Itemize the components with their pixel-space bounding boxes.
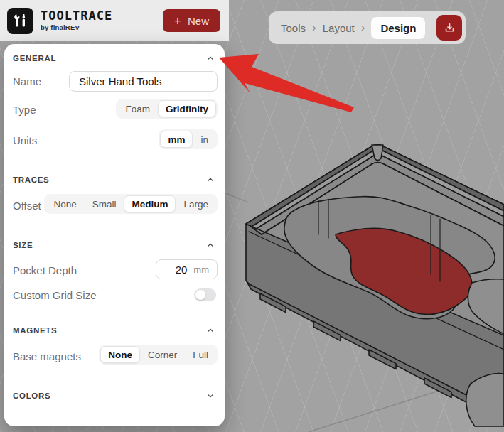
app-logo[interactable] [7,8,33,34]
chevron-up-icon[interactable] [205,240,215,250]
new-button-label: New [188,15,209,27]
new-button[interactable]: + New [163,9,220,32]
section-header-magnets[interactable]: MAGNETS [13,325,215,336]
offset-option-large[interactable]: Large [176,195,216,212]
pocket-depth-value: 20 [176,264,188,276]
type-option-gridfinity[interactable]: Gridfinity [158,100,216,117]
section-title: MAGNETS [13,326,57,335]
units-label: Units [13,134,37,146]
name-label: Name [13,75,41,87]
units-option-in[interactable]: in [193,131,216,148]
units-option-mm[interactable]: mm [160,131,193,148]
base-magnets-option-none[interactable]: None [100,346,140,363]
section-header-traces[interactable]: TRACES [13,174,215,185]
pocket-depth-label: Pocket Depth [13,264,77,276]
section-header-general[interactable]: GENERAL [13,53,215,64]
offset-toggle: None Small Medium Large [44,194,218,214]
base-magnets-option-corner[interactable]: Corner [140,346,185,363]
breadcrumb-tools[interactable]: Tools [281,22,306,34]
app-subtitle: by finalREV [41,24,112,31]
app-title: TOOLTRACE [41,10,112,22]
chevron-down-icon[interactable] [205,391,215,401]
pocket-depth-unit: mm [193,264,209,275]
tools-icon [12,12,29,29]
pocket-depth-input[interactable]: 20 mm [156,259,218,279]
offset-option-medium[interactable]: Medium [124,195,176,212]
type-toggle: Foam Gridfinity [116,99,218,119]
settings-panel: GENERAL Name Type Foam Gridfinity Units … [4,44,225,426]
section-header-colors[interactable]: COLORS [13,390,215,401]
section-title: TRACES [13,176,49,184]
section-title: GENERAL [13,54,56,63]
base-magnets-option-full[interactable]: Full [185,346,216,363]
type-option-foam[interactable]: Foam [117,100,158,117]
name-input[interactable] [69,71,218,92]
type-label: Type [13,104,36,116]
chevron-up-icon[interactable] [205,325,215,335]
chevron-up-icon[interactable] [205,175,215,185]
custom-grid-label: Custom Grid Size [13,289,97,301]
units-toggle: mm in [159,129,218,149]
ground-axis-line [225,193,248,202]
base-magnets-toggle: None Corner Full [99,345,218,364]
download-icon [444,22,456,34]
breadcrumb: Tools › Layout › Design [269,11,466,44]
toggle-knob [195,290,205,300]
section-header-size[interactable]: SIZE [13,239,215,251]
base-magnets-label: Base magnets [13,350,81,362]
section-title: SIZE [13,241,33,249]
custom-grid-toggle[interactable] [194,288,216,301]
offset-option-small[interactable]: Small [85,195,124,212]
chevron-right-icon: › [361,21,365,35]
chevron-right-icon: › [312,21,316,35]
plus-icon: + [174,15,181,27]
breadcrumb-design-active[interactable]: Design [371,17,425,39]
top-header: TOOLTRACE by finalREV + New [0,0,229,41]
app-window: TOOLTRACE by finalREV + New Tools › Layo… [0,0,504,432]
logo-text: TOOLTRACE by finalREV [41,10,112,31]
chevron-up-icon[interactable] [205,53,215,63]
offset-option-none[interactable]: None [45,195,84,212]
breadcrumb-layout[interactable]: Layout [323,22,355,34]
download-button[interactable] [436,15,462,40]
offset-label: Offset [13,200,41,212]
section-title: COLORS [13,392,50,400]
